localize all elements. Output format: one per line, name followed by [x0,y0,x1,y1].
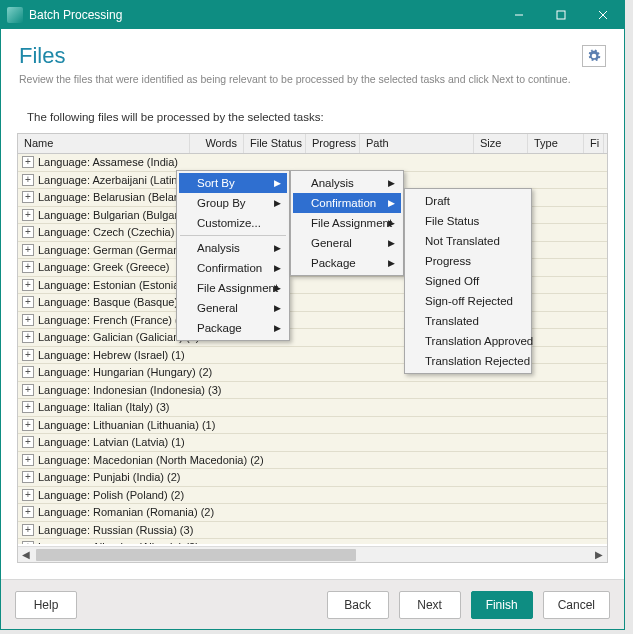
col-path[interactable]: Path [360,134,474,153]
col-type[interactable]: Type [528,134,584,153]
expand-icon[interactable]: + [22,174,34,186]
group-row[interactable]: +Language: Macedonian (North Macedonia) … [18,452,607,470]
col-words[interactable]: Words [190,134,244,153]
expand-icon[interactable]: + [22,419,34,431]
menu-customize[interactable]: Customize... [179,213,287,233]
group-row[interactable]: +Language: Lithuanian (Lithuania) (1) [18,417,607,435]
expand-icon[interactable]: + [22,489,34,501]
chevron-right-icon: ▶ [388,198,395,208]
expand-icon[interactable]: + [22,156,34,168]
group-label: Language: Czech (Czechia) [38,226,174,238]
group-label: Language: Assamese (India) [38,156,178,168]
group-row[interactable]: +Language: Assamese (India) [18,154,607,172]
group-row[interactable]: +Language: Italian (Italy) (3) [18,399,607,417]
group-row[interactable]: +Language: Indonesian (Indonesia) (3) [18,382,607,400]
menu-file-assignment[interactable]: File Assignment▶ [179,278,287,298]
scroll-right-icon[interactable]: ▶ [591,547,607,563]
group-label: Language: Italian (Italy) (3) [38,401,169,413]
expand-icon[interactable]: + [22,314,34,326]
group-label: Language: Basque (Basque) (2) [38,296,195,308]
expand-icon[interactable]: + [22,506,34,518]
horizontal-scrollbar[interactable]: ◀ ▶ [18,546,607,562]
col-name[interactable]: Name [18,134,190,153]
group-label: Language: Punjabi (India) (2) [38,471,180,483]
menu-sort-by[interactable]: Sort By▶ [179,173,287,193]
expand-icon[interactable]: + [22,191,34,203]
expand-icon[interactable]: + [22,349,34,361]
submenu-file-assignment[interactable]: File Assignment▶ [293,213,401,233]
expand-icon[interactable]: + [22,454,34,466]
opt-draft[interactable]: Draft [407,191,529,211]
page-title: Files [19,43,606,69]
finish-button[interactable]: Finish [471,591,533,619]
group-label: Language: Bulgarian (Bulgaria) [38,209,190,221]
col-progress[interactable]: Progress [306,134,360,153]
grid-header: Name Words File Status Progress Path Siz… [18,134,607,154]
submenu-package[interactable]: Package▶ [293,253,401,273]
expand-icon[interactable]: + [22,541,34,544]
menu-analysis[interactable]: Analysis▶ [179,238,287,258]
col-fi[interactable]: Fi [584,134,604,153]
col-size[interactable]: Size [474,134,528,153]
expand-icon[interactable]: + [22,384,34,396]
cancel-button[interactable]: Cancel [543,591,610,619]
opt-translated[interactable]: Translated [407,311,529,331]
submenu-confirmation[interactable]: Confirmation▶ [293,193,401,213]
expand-icon[interactable]: + [22,401,34,413]
back-button[interactable]: Back [327,591,389,619]
group-row[interactable]: +Language: Romanian (Romania) (2) [18,504,607,522]
expand-icon[interactable]: + [22,366,34,378]
window-title: Batch Processing [29,8,498,22]
close-button[interactable] [582,1,624,29]
expand-icon[interactable]: + [22,436,34,448]
menu-package[interactable]: Package▶ [179,318,287,338]
chevron-right-icon: ▶ [274,243,281,253]
submenu-analysis[interactable]: Analysis▶ [293,173,401,193]
expand-icon[interactable]: + [22,279,34,291]
group-row[interactable]: +Language: Albanian (Albania) (2) [18,539,607,544]
minimize-button[interactable] [498,1,540,29]
expand-icon[interactable]: + [22,209,34,221]
opt-progress[interactable]: Progress [407,251,529,271]
group-row[interactable]: +Language: Russian (Russia) (3) [18,522,607,540]
expand-icon[interactable]: + [22,296,34,308]
footer: Help Back Next Finish Cancel [1,579,624,629]
opt-translation-approved[interactable]: Translation Approved [407,331,529,351]
expand-icon[interactable]: + [22,261,34,273]
context-menu-main[interactable]: Sort By▶ Group By▶ Customize... Analysis… [176,170,290,341]
group-label: Language: Romanian (Romania) (2) [38,506,214,518]
group-label: Language: Azerbaijani (Latin) [38,174,181,186]
group-row[interactable]: +Language: Latvian (Latvia) (1) [18,434,607,452]
expand-icon[interactable]: + [22,226,34,238]
opt-not-translated[interactable]: Not Translated [407,231,529,251]
expand-icon[interactable]: + [22,244,34,256]
help-button[interactable]: Help [15,591,77,619]
menu-confirmation[interactable]: Confirmation▶ [179,258,287,278]
menu-group-by[interactable]: Group By▶ [179,193,287,213]
col-file-status[interactable]: File Status [244,134,306,153]
settings-button[interactable] [582,45,606,67]
context-submenu-sortby[interactable]: Analysis▶ Confirmation▶ File Assignment▶… [290,170,404,276]
opt-translation-rejected[interactable]: Translation Rejected [407,351,529,371]
chevron-right-icon: ▶ [274,283,281,293]
opt-signoff-rejected[interactable]: Sign-off Rejected [407,291,529,311]
opt-signed-off[interactable]: Signed Off [407,271,529,291]
submenu-general[interactable]: General▶ [293,233,401,253]
group-label: Language: French (France) (3) [38,314,188,326]
context-submenu-confirmation[interactable]: Draft File Status Not Translated Progres… [404,188,532,374]
expand-icon[interactable]: + [22,524,34,536]
group-label: Language: Russian (Russia) (3) [38,524,193,536]
scroll-left-icon[interactable]: ◀ [18,547,34,563]
expand-icon[interactable]: + [22,331,34,343]
scroll-thumb[interactable] [36,549,356,561]
header: Files Review the files that were identif… [1,29,624,93]
group-row[interactable]: +Language: Polish (Poland) (2) [18,487,607,505]
group-row[interactable]: +Language: Punjabi (India) (2) [18,469,607,487]
expand-icon[interactable]: + [22,471,34,483]
next-button[interactable]: Next [399,591,461,619]
opt-file-status[interactable]: File Status [407,211,529,231]
gear-icon [587,49,601,63]
maximize-button[interactable] [540,1,582,29]
menu-general[interactable]: General▶ [179,298,287,318]
group-label: Language: Indonesian (Indonesia) (3) [38,384,221,396]
